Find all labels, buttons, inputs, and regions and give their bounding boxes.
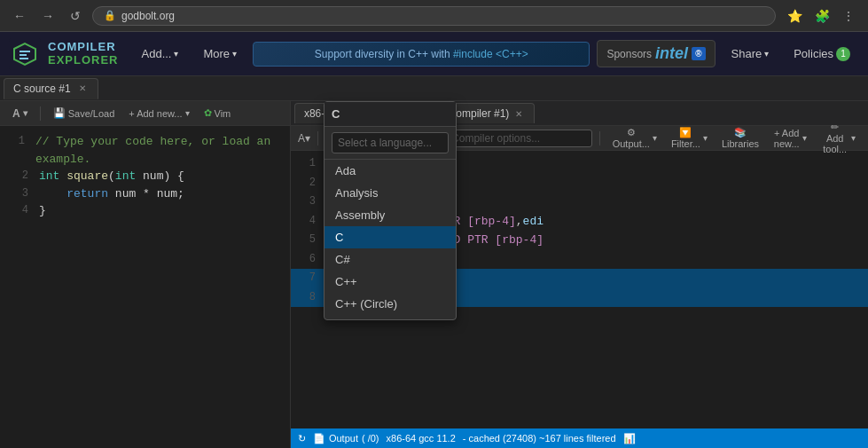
add-chevron-icon: ▾ [174, 49, 178, 59]
filter-chevron-icon: ▾ [703, 133, 708, 143]
more-menu-button[interactable]: More ▾ [194, 42, 246, 66]
language-search-input[interactable] [332, 132, 449, 153]
editor-tab-label: C source #1 [13, 83, 71, 95]
logo-area[interactable]: COMPILER EXPLORER [9, 38, 119, 70]
compiler-status-item[interactable]: x86-64 gcc 11.2 [387, 433, 456, 444]
lang-item-analysis[interactable]: Analysis [325, 182, 456, 204]
logo-explorer-text: EXPLORER [48, 54, 119, 67]
lang-item-assembly[interactable]: Assembly [325, 204, 456, 226]
libraries-button[interactable]: 📚 Libraries [716, 125, 764, 151]
language-dropdown-header: C [325, 102, 456, 127]
browser-actions: ⭐ 🧩 ⋮ [783, 7, 859, 25]
extensions-button[interactable]: 🧩 [810, 7, 834, 25]
back-button[interactable]: ← [9, 7, 30, 25]
add-menu-button[interactable]: Add... ▾ [133, 42, 188, 66]
code-content-2: int square(int num) { [39, 168, 184, 185]
editor-tab-close[interactable]: ✕ [76, 83, 89, 94]
sponsors-label: Sponsors [606, 48, 652, 60]
policies-button[interactable]: Policies 1 [785, 42, 859, 67]
lang-header-label: C [332, 107, 340, 121]
main-content: A ▾ 💾 Save/Load + Add new... ▾ ✿ Vim 1 /… [0, 101, 868, 448]
app-header: COMPILER EXPLORER Add... ▾ More ▾ Suppor… [0, 32, 868, 76]
bookmark-button[interactable]: ⭐ [783, 7, 807, 25]
browser-chrome: ← → ↺ 🔒 godbolt.org ⭐ 🧩 ⋮ [0, 0, 868, 32]
chart-icon-item[interactable]: 📊 [623, 433, 636, 444]
lang-item-csharp[interactable]: C# [325, 248, 456, 271]
output-status-label: Output [329, 433, 358, 444]
line-num-2: 2 [7, 168, 28, 185]
add-tool-chevron-icon: ▾ [851, 133, 856, 143]
add-new-compiler-button[interactable]: + Add new... ▾ [768, 126, 812, 151]
lang-item-cpp[interactable]: C++ [325, 271, 456, 293]
code-line-4: 4 } [0, 202, 290, 220]
url-text: godbolt.org [121, 10, 175, 22]
lang-item-cpp-circle[interactable]: C++ (Circle) [325, 293, 456, 315]
refresh-status-icon: ↻ [298, 433, 306, 444]
vim-icon: ✿ [204, 107, 212, 119]
line-num-4: 4 [7, 202, 28, 220]
sponsor-intel[interactable]: Sponsors intel ® [597, 40, 715, 67]
vim-button[interactable]: ✿ Vim [199, 106, 237, 121]
toolbar-separator [40, 106, 41, 121]
address-bar[interactable]: 🔒 godbolt.org [92, 6, 776, 26]
output-button[interactable]: ⚙ Output... ▾ [607, 125, 662, 151]
share-chevron-icon: ▾ [764, 49, 769, 59]
add-new-compiler-chevron-icon: ▾ [802, 133, 807, 143]
compiler-status-label: x86-64 gcc 11.2 [387, 433, 456, 444]
more-chevron-icon: ▾ [232, 49, 237, 59]
sponsor-banner[interactable]: Support diversity in C++ with #include <… [253, 42, 590, 67]
code-content-1: // Type your code here, or load an examp… [35, 133, 283, 168]
share-button[interactable]: Share ▾ [723, 42, 778, 66]
lang-item-c[interactable]: C [325, 226, 456, 248]
lang-item-ada[interactable]: Ada [325, 160, 456, 182]
add-new-button[interactable]: + Add new... ▾ [123, 106, 194, 121]
font-size-icon[interactable]: A▾ [298, 132, 310, 145]
logo-text: COMPILER EXPLORER [48, 41, 119, 67]
code-line-3: 3 return num * num; [0, 185, 290, 203]
logo-icon [9, 38, 41, 70]
font-size-chevron-icon: ▾ [23, 108, 27, 118]
editor-tab[interactable]: C source #1 ✕ [4, 78, 98, 99]
notification-badge: 1 [836, 47, 850, 61]
language-search[interactable] [325, 127, 456, 160]
chart-icon: 📊 [623, 433, 636, 444]
line-num-1: 1 [7, 133, 25, 168]
editor-panel: A ▾ 💾 Save/Load + Add new... ▾ ✿ Vim 1 /… [0, 101, 291, 448]
filter-button[interactable]: 🔽 Filter... ▾ [666, 125, 713, 151]
sponsor-hashtag: #include <C++> [453, 48, 528, 60]
intel-logo-box: ® [692, 47, 705, 60]
tabs-bar: C source #1 ✕ [0, 76, 868, 101]
file-icon: 📄 [313, 433, 325, 444]
editor-code[interactable]: 1 // Type your code here, or load an exa… [0, 126, 290, 448]
lock-icon: 🔒 [104, 10, 116, 21]
refresh-status-item[interactable]: ↻ [298, 433, 306, 444]
editor-toolbar: A ▾ 💾 Save/Load + Add new... ▾ ✿ Vim [0, 101, 290, 126]
cache-info-text: - cached (27408) ~167 lines filtered [463, 433, 616, 444]
code-line-1: 1 // Type your code here, or load an exa… [0, 133, 290, 168]
save-load-button[interactable]: 💾 Save/Load [48, 106, 121, 121]
language-list: Ada Analysis Assembly C C# C++ C++ (Circ… [325, 160, 456, 319]
line-num-3: 3 [7, 185, 28, 203]
code-content-4: } [39, 202, 46, 220]
status-bar: ↻ 📄 Output ( /0) x86-64 gcc 11.2 - cache… [291, 428, 868, 448]
output-chevron-icon: ▾ [653, 133, 657, 143]
menu-button[interactable]: ⋮ [838, 7, 859, 25]
add-new-chevron-icon: ▾ [185, 108, 190, 118]
language-dropdown[interactable]: C Ada Analysis Assembly C C# C++ C++ (Ci… [324, 101, 457, 320]
forward-button[interactable]: → [37, 7, 59, 25]
output-count: ( /0) [362, 433, 379, 444]
logo-compiler-text: COMPILER [48, 41, 119, 53]
output-status-item[interactable]: 📄 Output ( /0) [313, 433, 379, 444]
lang-item-cpp-opencl[interactable]: C++ for OpenCL [325, 315, 456, 319]
toolbar-sep-2 [317, 131, 318, 145]
cache-info-item: - cached (27408) ~167 lines filtered [463, 433, 616, 444]
compiler-options-input[interactable] [443, 130, 592, 147]
font-size-button[interactable]: A ▾ [7, 106, 33, 122]
code-line-2: 2 int square(int num) { [0, 168, 290, 185]
toolbar-sep-3 [599, 131, 600, 145]
code-content-3: return num * num; [39, 185, 184, 203]
save-icon: 💾 [53, 107, 66, 119]
refresh-button[interactable]: ↺ [66, 7, 85, 25]
intel-label: intel [655, 44, 688, 63]
compiler-tab-close[interactable]: ✕ [512, 108, 525, 120]
